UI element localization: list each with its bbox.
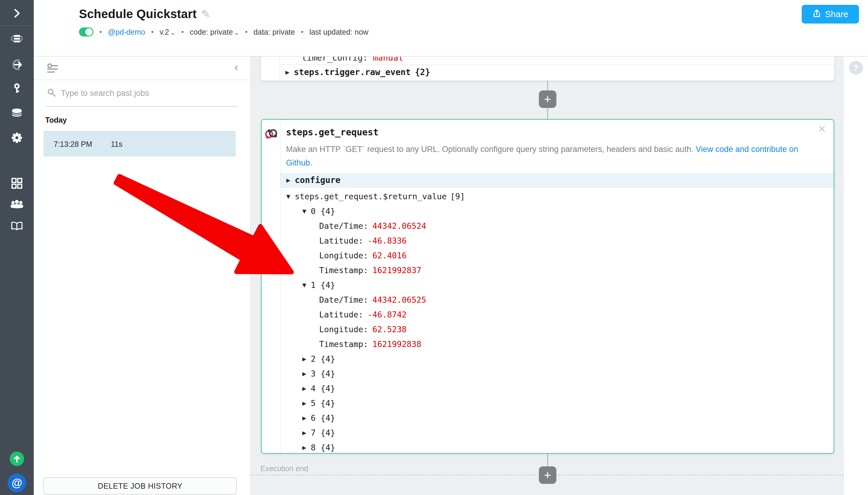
step-connector-line-bottom bbox=[547, 454, 548, 468]
field-row: Date/Time:44342.06524 bbox=[281, 219, 834, 233]
sidebar-item-settings[interactable] bbox=[0, 131, 34, 146]
deploy-toggle[interactable] bbox=[79, 28, 93, 36]
field-value: 44342.06525 bbox=[372, 295, 427, 305]
sidebar-item-docs[interactable] bbox=[0, 220, 34, 235]
data-visibility-label: data: private bbox=[254, 28, 295, 36]
field-row: Latitude:-46.8742 bbox=[281, 307, 834, 322]
entry-row-4[interactable]: ▶4 {4} bbox=[281, 381, 834, 396]
field-value: 1621992837 bbox=[372, 266, 422, 275]
add-step-button-top[interactable]: + bbox=[539, 90, 556, 108]
add-step-button-bottom[interactable]: + bbox=[539, 466, 556, 484]
execution-end-label: Execution end bbox=[260, 464, 308, 473]
database-icon bbox=[10, 107, 24, 122]
entry-row-5[interactable]: ▶5 {4} bbox=[281, 396, 834, 411]
field-value: 62.4016 bbox=[372, 251, 407, 260]
workflow-canvas: timer_config: manual ▶ steps.trigger.raw… bbox=[251, 57, 844, 495]
step-card-content: × steps.get_request Make an HTTP `GET` r… bbox=[281, 120, 834, 453]
field-value: -46.8336 bbox=[367, 236, 406, 245]
entry-label: 6 {4} bbox=[311, 413, 335, 423]
collapse-panel-icon[interactable]: ‹ bbox=[235, 61, 238, 73]
entry-label: 1 {4} bbox=[311, 280, 335, 290]
page-title: Schedule Quickstart bbox=[79, 7, 197, 21]
workflow-header: Schedule Quickstart ✎ • @pd-demo • v.2⌄ … bbox=[34, 0, 868, 57]
gear-icon bbox=[10, 131, 24, 146]
entry-row-6[interactable]: ▶6 {4} bbox=[281, 411, 834, 425]
entry-row-0[interactable]: ▼0 {4} bbox=[281, 204, 834, 219]
expanded-icon: ▼ bbox=[286, 193, 295, 200]
share-button[interactable]: Share bbox=[802, 5, 859, 23]
field-row: Timestamp:1621992837 bbox=[281, 263, 834, 278]
share-label: Share bbox=[825, 9, 848, 19]
configure-section-toggle[interactable]: ▶ configure bbox=[281, 173, 834, 188]
trigger-event-label: steps.trigger.raw_event bbox=[294, 67, 411, 77]
job-row[interactable]: 7:13:28 PM 11s bbox=[44, 131, 236, 156]
entry-row-3[interactable]: ▶3 {4} bbox=[281, 366, 834, 381]
separator-dot: • bbox=[181, 28, 184, 36]
toggle-knob bbox=[85, 28, 92, 36]
search-underline bbox=[46, 106, 238, 107]
separator-dot: • bbox=[151, 28, 154, 36]
field-value: -46.8742 bbox=[367, 310, 406, 319]
collapsed-icon: ▶ bbox=[302, 370, 311, 377]
separator-dot: • bbox=[100, 28, 102, 36]
sidebar-item-workflows[interactable] bbox=[0, 33, 34, 47]
field-value: 1621992838 bbox=[372, 339, 422, 349]
help-button[interactable]: ? bbox=[849, 61, 863, 75]
run-export-icon bbox=[10, 58, 24, 73]
account-link[interactable]: @pd-demo bbox=[108, 28, 145, 36]
step-name: steps.get_request bbox=[286, 127, 379, 137]
field-key: Timestamp: bbox=[319, 266, 368, 275]
search-input[interactable] bbox=[61, 89, 237, 98]
collapsed-icon: ▶ bbox=[302, 444, 311, 451]
entry-row-1[interactable]: ▼1 {4} bbox=[281, 278, 834, 292]
step-description-text: Make an HTTP `GET` request to any URL. O… bbox=[286, 145, 696, 154]
sidebar-item-auth[interactable] bbox=[0, 83, 34, 97]
return-value-row[interactable]: ▼ steps.get_request.$return_value [9] bbox=[281, 189, 834, 204]
edit-title-icon[interactable]: ✎ bbox=[201, 8, 210, 20]
sidebar-item-data-stores[interactable] bbox=[0, 107, 34, 121]
last-updated-label: last updated: now bbox=[309, 28, 368, 36]
field-key: Latitude: bbox=[319, 236, 363, 245]
job-history-panel: ‹ Today 7:13:28 PM 11s DELETE JOB HISTOR… bbox=[34, 57, 251, 495]
sidebar-item-apps[interactable] bbox=[0, 177, 34, 191]
filter-icon[interactable] bbox=[47, 63, 58, 76]
entry-row-7[interactable]: ▶7 {4} bbox=[281, 425, 834, 440]
version-dropdown[interactable]: v.2⌄ bbox=[159, 28, 175, 36]
whats-new-button[interactable] bbox=[0, 451, 34, 466]
job-time: 7:13:28 PM bbox=[54, 140, 92, 149]
field-row: Latitude:-46.8336 bbox=[281, 233, 834, 248]
delete-job-history-button[interactable]: DELETE JOB HISTORY bbox=[44, 477, 237, 495]
entry-row-2[interactable]: ▶2 {4} bbox=[281, 352, 834, 366]
trigger-raw-event-row[interactable]: ▶ steps.trigger.raw_event {2} bbox=[280, 65, 834, 79]
job-search-row bbox=[34, 80, 250, 106]
field-key: Date/Time: bbox=[319, 221, 368, 231]
workflows-icon bbox=[10, 32, 24, 47]
sidebar-item-community[interactable] bbox=[0, 198, 34, 213]
panel-topbar: ‹ bbox=[34, 57, 250, 80]
field-row: Longitude:62.5238 bbox=[281, 322, 834, 337]
entry-label: 5 {4} bbox=[311, 398, 335, 408]
user-avatar[interactable]: @ bbox=[0, 474, 34, 492]
entry-row-8[interactable]: ▶8 {4} bbox=[281, 440, 834, 454]
key-icon bbox=[10, 82, 24, 97]
step-description: Make an HTTP `GET` request to any URL. O… bbox=[286, 142, 806, 170]
chevron-down-icon: ⌄ bbox=[170, 29, 175, 36]
trigger-step-card[interactable]: timer_config: manual ▶ steps.trigger.raw… bbox=[261, 57, 834, 81]
field-key: Latitude: bbox=[319, 310, 363, 319]
people-icon bbox=[10, 198, 24, 213]
expanded-icon: ▼ bbox=[302, 281, 311, 289]
collapsed-icon: ▶ bbox=[302, 399, 311, 407]
expanded-icon: ▼ bbox=[302, 207, 311, 215]
code-visibility-dropdown[interactable]: code: private⌄ bbox=[190, 28, 239, 36]
book-icon bbox=[10, 220, 24, 235]
sidebar-item-event-sources[interactable] bbox=[0, 58, 34, 73]
expand-rail-button[interactable] bbox=[0, 7, 34, 21]
collapsed-icon: ▶ bbox=[302, 414, 311, 422]
collapsed-icon: ▶ bbox=[302, 429, 311, 437]
trigger-card-body: timer_config: manual ▶ steps.trigger.raw… bbox=[280, 57, 834, 81]
close-icon[interactable]: × bbox=[818, 122, 826, 135]
entry-label: 8 {4} bbox=[311, 443, 335, 452]
get-request-step-card[interactable]: × steps.get_request Make an HTTP `GET` r… bbox=[261, 119, 834, 454]
field-value: 44342.06524 bbox=[372, 221, 427, 231]
step-card-gutter bbox=[262, 120, 281, 453]
